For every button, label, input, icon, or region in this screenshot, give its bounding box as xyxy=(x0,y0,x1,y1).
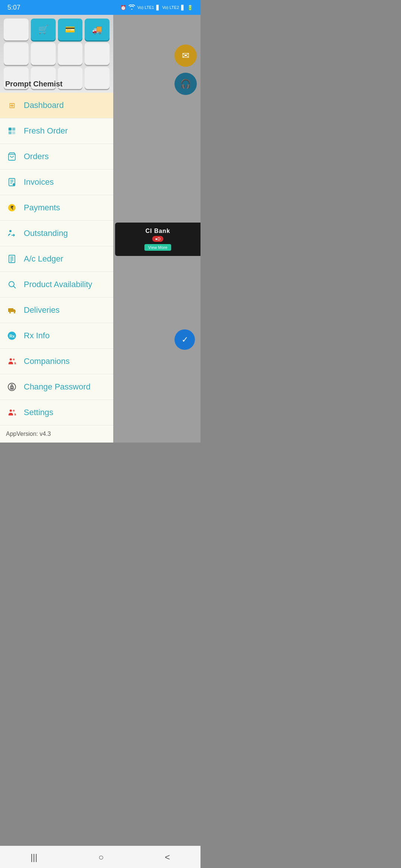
svg-point-23 xyxy=(9,312,11,313)
truck-key-icon: 🚚 xyxy=(92,25,102,34)
svg-rect-3 xyxy=(12,131,15,134)
sidebar: 🛒 💳 🚚 Prompt Chemist xyxy=(0,15,113,443)
volte1-icon: Vo) LTE1 xyxy=(137,5,154,10)
svg-point-28 xyxy=(13,359,15,361)
ac-ledger-icon xyxy=(6,253,18,265)
svg-point-13 xyxy=(9,230,12,232)
sidebar-item-rx-info[interactable]: Rx Rx Info xyxy=(0,323,113,349)
headset-fab[interactable]: 🎧 xyxy=(175,73,197,95)
sidebar-item-product-avail[interactable]: Product Availability xyxy=(0,272,113,297)
key-1 xyxy=(4,19,29,40)
sidebar-item-ac-ledger[interactable]: A/c Ledger xyxy=(0,246,113,272)
status-time: 5:07 xyxy=(7,4,20,11)
key-12 xyxy=(85,67,110,89)
orders-icon xyxy=(6,151,18,162)
sidebar-label-dashboard: Dashboard xyxy=(24,101,64,110)
sidebar-item-invoices[interactable]: ₹ Invoices xyxy=(0,170,113,195)
key-6 xyxy=(31,43,56,65)
bank-ad-title: CI Bank xyxy=(146,228,170,234)
key-cart: 🛒 xyxy=(31,19,56,40)
hero-image: 🛒 💳 🚚 Prompt Chemist xyxy=(0,15,113,93)
sidebar-item-settings[interactable]: Settings xyxy=(0,400,113,425)
key-card: 💳 xyxy=(58,19,83,40)
sidebar-item-deliveries[interactable]: Deliveries xyxy=(0,297,113,323)
svg-point-20 xyxy=(9,282,14,287)
status-icons: ⏰ Vo) LTE1 ▋ Vo) LTE2 ▋ 🔋 xyxy=(120,4,193,11)
mail-fab[interactable]: ✉ xyxy=(175,45,197,67)
bank-ad-badge: ●D xyxy=(152,236,164,242)
main-content: 🛒 💳 🚚 Prompt Chemist xyxy=(0,15,200,443)
sidebar-item-orders[interactable]: Orders xyxy=(0,144,113,170)
cart-key-icon: 🛒 xyxy=(38,25,48,34)
svg-text:₹: ₹ xyxy=(10,205,14,211)
bank-ad: CI Bank ●D View More xyxy=(115,223,200,256)
sidebar-label-settings: Settings xyxy=(24,408,53,417)
sidebar-label-fresh-order: Fresh Order xyxy=(24,126,68,136)
app-name: Prompt Chemist xyxy=(5,80,62,88)
svg-point-27 xyxy=(10,358,12,361)
signal2-icon: ▋ xyxy=(181,5,185,10)
sidebar-item-fresh-order[interactable]: Fresh Order xyxy=(0,118,113,144)
blue-circle-button[interactable]: ✓ xyxy=(175,329,195,350)
sidebar-label-outstanding: Outstanding xyxy=(24,228,68,238)
sidebar-label-deliveries: Deliveries xyxy=(24,305,60,315)
fresh-order-icon xyxy=(6,125,18,137)
key-5 xyxy=(4,43,29,65)
svg-rect-22 xyxy=(8,308,13,312)
sidebar-label-companions: Companions xyxy=(24,356,70,366)
rx-info-icon: Rx xyxy=(6,330,18,342)
product-avail-icon xyxy=(6,279,18,290)
svg-rect-2 xyxy=(12,128,15,131)
mail-icon: ✉ xyxy=(182,50,189,61)
svg-rect-0 xyxy=(9,128,12,131)
sidebar-label-invoices: Invoices xyxy=(24,177,54,187)
svg-text:Rx: Rx xyxy=(10,334,15,338)
sidebar-item-change-password[interactable]: Change Password xyxy=(0,374,113,400)
sidebar-label-rx-info: Rx Info xyxy=(24,331,50,341)
change-password-icon xyxy=(6,381,18,393)
companions-icon xyxy=(6,355,18,367)
invoices-icon: ₹ xyxy=(6,176,18,188)
nav-list: Dashboard Fresh Order xyxy=(0,93,113,425)
fab-container: ✉ 🎧 xyxy=(175,45,197,95)
sidebar-item-payments[interactable]: ₹ Payments xyxy=(0,195,113,221)
sidebar-label-orders: Orders xyxy=(24,152,49,161)
svg-point-32 xyxy=(10,410,12,412)
sidebar-label-change-password: Change Password xyxy=(24,382,91,392)
dashboard-icon xyxy=(6,99,18,111)
sidebar-label-ac-ledger: A/c Ledger xyxy=(24,254,63,264)
bank-ad-button[interactable]: View More xyxy=(144,244,171,251)
sidebar-item-outstanding[interactable]: Outstanding xyxy=(0,221,113,246)
settings-icon xyxy=(6,407,18,418)
card-key-icon: 💳 xyxy=(65,25,75,34)
right-panel: ✉ 🎧 CI Bank ●D View More ✓ xyxy=(113,15,200,443)
sidebar-label-product-avail: Product Availability xyxy=(24,280,92,289)
battery-icon: 🔋 xyxy=(187,5,193,10)
alarm-icon: ⏰ xyxy=(120,5,126,10)
volte2-icon: Vo) LTE2 xyxy=(162,5,179,10)
outstanding-icon xyxy=(6,227,18,239)
app-version: AppVersion: v4.3 xyxy=(0,425,113,443)
wifi-icon xyxy=(128,4,135,11)
payments-icon: ₹ xyxy=(6,202,18,214)
deliveries-icon xyxy=(6,304,18,316)
svg-point-33 xyxy=(13,410,15,412)
status-bar: 5:07 ⏰ Vo) LTE1 ▋ Vo) LTE2 ▋ 🔋 xyxy=(0,0,200,15)
key-truck: 🚚 xyxy=(85,19,110,40)
sidebar-label-payments: Payments xyxy=(24,203,60,213)
key-8 xyxy=(85,43,110,65)
sidebar-item-dashboard[interactable]: Dashboard xyxy=(0,93,113,118)
svg-rect-1 xyxy=(9,131,12,134)
svg-text:₹: ₹ xyxy=(13,183,14,185)
svg-point-31 xyxy=(12,388,12,388)
svg-point-29 xyxy=(8,383,16,391)
circle-icon: ✓ xyxy=(182,335,188,345)
sidebar-item-companions[interactable]: Companions xyxy=(0,349,113,374)
signal1-icon: ▋ xyxy=(156,5,160,10)
svg-point-24 xyxy=(14,312,15,313)
key-7 xyxy=(58,43,83,65)
headset-icon: 🎧 xyxy=(180,79,191,89)
svg-line-21 xyxy=(14,286,16,289)
